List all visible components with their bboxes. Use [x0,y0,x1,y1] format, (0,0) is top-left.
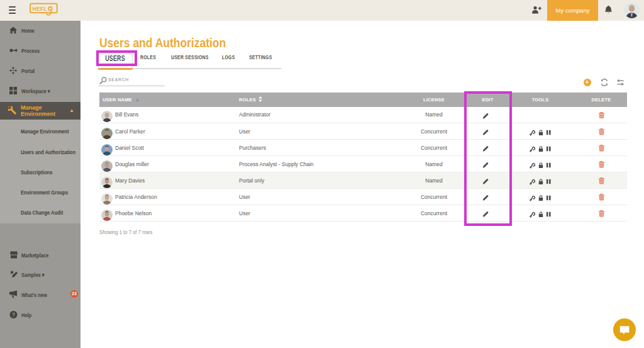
svg-text:HEFL: HEFL [32,6,47,13]
svg-text:?: ? [12,312,15,318]
